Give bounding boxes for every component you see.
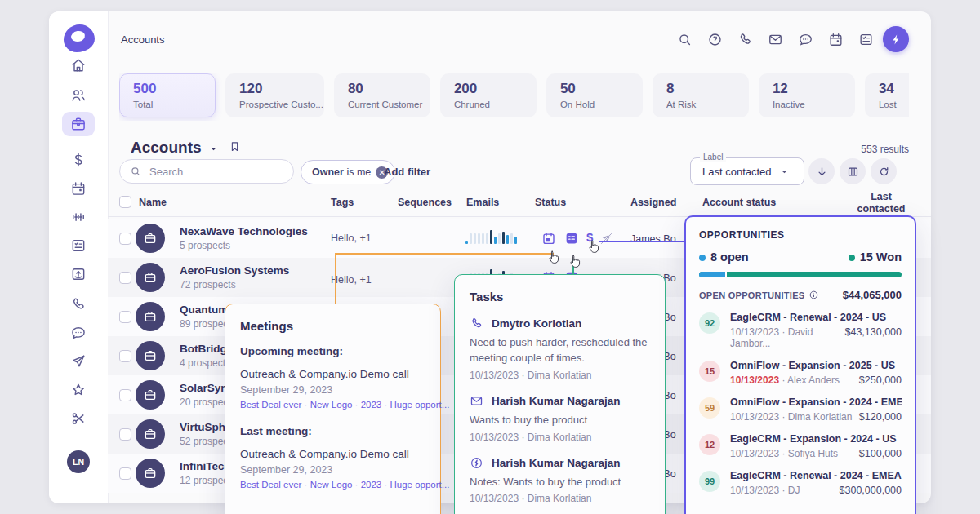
- row-tags[interactable]: Hello, +1: [331, 274, 372, 286]
- stat-card-total[interactable]: 500Total: [119, 73, 216, 117]
- search-box[interactable]: [119, 159, 294, 184]
- opportunity-date: 10/13/2023: [730, 326, 779, 338]
- info-icon[interactable]: [808, 290, 819, 300]
- stat-card-onhold[interactable]: 50On Hold: [546, 73, 643, 117]
- meeting-deal-link[interactable]: Best Deal ever · New Logo · 2023 · Huge …: [240, 480, 425, 490]
- sidebar-item-chat[interactable]: [70, 325, 87, 341]
- sidebar-item-outreach[interactable]: [70, 353, 87, 370]
- opportunity-item[interactable]: 59 OmniFlow - Expansion - 2024 - EMEA 10…: [699, 397, 902, 423]
- account-avatar: [136, 419, 165, 449]
- task-item[interactable]: Harish Kumar Nagarajan Notes: Wants to b…: [470, 456, 650, 505]
- opportunity-item[interactable]: 12 EagleCRM - Expansion - 2024 - US 10/1…: [699, 433, 902, 459]
- tasks-popup: Tasks Dmytro Korlotian Need to push hard…: [454, 274, 666, 514]
- search-input[interactable]: [148, 165, 274, 179]
- sidebar-item-tasks[interactable]: [70, 237, 87, 254]
- sidebar-item-deals[interactable]: [70, 152, 87, 168]
- status-tasks-icon[interactable]: [564, 231, 579, 249]
- opportunity-item[interactable]: 99 EagleCRM - Renewal - 2024 - EMEA 10/1…: [699, 470, 902, 496]
- chevron-down-icon[interactable]: [209, 144, 218, 153]
- row-assigned[interactable]: James Bo: [630, 233, 681, 245]
- row-checkbox[interactable]: [119, 350, 131, 362]
- app-logo[interactable]: [64, 24, 95, 52]
- stat-card-churned[interactable]: 200Chruned: [440, 73, 537, 117]
- col-tags[interactable]: Tags: [331, 197, 354, 208]
- meeting-name[interactable]: Outreach & Company.io Demo call: [240, 368, 425, 380]
- col-last-contacted[interactable]: Last contacted: [853, 191, 909, 215]
- col-name[interactable]: Name: [139, 197, 167, 208]
- row-checkbox[interactable]: [119, 467, 131, 480]
- sidebar-item-home[interactable]: [70, 57, 87, 73]
- col-emails[interactable]: Emails: [466, 197, 499, 208]
- header-tasks-button[interactable]: [858, 32, 874, 47]
- row-tags[interactable]: Hello, +1: [331, 233, 372, 244]
- header-search-button[interactable]: [677, 32, 693, 47]
- account-avatar: [136, 224, 165, 253]
- columns-icon: [847, 166, 859, 178]
- open-count: 8 open: [699, 250, 749, 264]
- sidebar: [49, 11, 109, 503]
- opportunity-name[interactable]: OmniFlow - Expansion - 2024 - EMEA: [730, 397, 902, 408]
- columns-button[interactable]: [840, 158, 866, 184]
- account-status-stats: 500Total 120Prospective Custo... 80Curre…: [119, 73, 909, 121]
- opportunity-amount: $300,000,000: [840, 485, 902, 496]
- sidebar-item-contacts[interactable]: [70, 87, 87, 104]
- sidebar-item-accounts[interactable]: [70, 116, 87, 132]
- export-button[interactable]: [808, 158, 835, 184]
- stat-card-current[interactable]: 80Current Customer: [334, 73, 430, 117]
- sidebar-item-favorites[interactable]: [70, 382, 87, 398]
- refresh-button[interactable]: [871, 158, 897, 184]
- opportunity-amount: $250,000: [859, 374, 902, 386]
- status-calendar-icon[interactable]: [541, 231, 556, 249]
- row-checkbox[interactable]: [119, 311, 131, 323]
- row-checkbox[interactable]: [119, 233, 131, 245]
- opportunity-item[interactable]: 15 OmniFlow - Expansion - 2025 - US 10/1…: [699, 360, 902, 386]
- task-item[interactable]: Dmytro Korlotian Need to push harder, re…: [470, 317, 650, 381]
- task-item[interactable]: Harish Kumar Nagarajan Wants to buy the …: [470, 394, 650, 443]
- sidebar-item-calendar[interactable]: [70, 180, 87, 197]
- select-all-checkbox[interactable]: [119, 196, 131, 208]
- opportunity-name[interactable]: EagleCRM - Renewal - 2024 - US: [730, 312, 902, 323]
- row-checkbox[interactable]: [119, 272, 131, 284]
- stat-card-atrisk[interactable]: 8At Risk: [653, 73, 749, 117]
- header-mail-button[interactable]: [768, 32, 783, 47]
- stat-card-prospective[interactable]: 120Prospective Custo...: [225, 73, 324, 117]
- meeting-deal-link[interactable]: Best Deal ever · New Logo · 2023 · Huge …: [240, 400, 425, 410]
- task-note: Notes: Wants to buy the product: [470, 475, 650, 490]
- opportunity-score-badge: 92: [699, 312, 720, 334]
- chevron-down-icon[interactable]: [780, 167, 789, 176]
- col-sequences[interactable]: Sequences: [398, 197, 452, 208]
- page-title: Accounts: [121, 33, 164, 46]
- quick-actions-button[interactable]: [883, 26, 909, 52]
- open-opportunities-total: $44,065,000: [843, 289, 902, 301]
- briefcase-icon: [144, 310, 157, 323]
- stat-card-lost[interactable]: 34Lost: [865, 73, 909, 117]
- header-help-button[interactable]: [707, 32, 723, 47]
- col-status[interactable]: Status: [535, 197, 566, 208]
- row-checkbox[interactable]: [119, 389, 131, 401]
- opportunity-name[interactable]: EagleCRM - Expansion - 2024 - US: [730, 433, 902, 445]
- add-filter-button[interactable]: Add filter: [384, 166, 430, 178]
- account-name[interactable]: NexaWave Technologies: [180, 225, 308, 237]
- opportunity-item[interactable]: 92 EagleCRM - Renewal - 2024 - US 10/13/…: [699, 312, 902, 349]
- sidebar-item-voice[interactable]: [70, 209, 87, 225]
- account-name[interactable]: AeroFusion Systems: [180, 264, 289, 277]
- col-account-status[interactable]: Account status: [702, 197, 776, 208]
- stat-card-inactive[interactable]: 12Inactive: [759, 73, 855, 117]
- col-assigned[interactable]: Assigned: [630, 197, 676, 208]
- opportunity-date: 10/13/2023: [730, 411, 779, 423]
- header-calendar-button[interactable]: [828, 32, 844, 47]
- open-dot-icon: [699, 255, 706, 261]
- opportunity-name[interactable]: OmniFlow - Expansion - 2025 - US: [730, 360, 902, 371]
- row-checkbox[interactable]: [119, 428, 131, 441]
- bookmark-icon[interactable]: [229, 140, 241, 153]
- view-title[interactable]: Accounts: [131, 139, 202, 157]
- opportunity-name[interactable]: EagleCRM - Renewal - 2024 - EMEA: [730, 470, 902, 481]
- filter-chip-owner[interactable]: Owner is me ✕: [301, 160, 395, 184]
- header-chat-button[interactable]: [798, 32, 813, 47]
- meeting-name[interactable]: Outreach & Company.io Demo call: [240, 448, 425, 460]
- sidebar-item-tools[interactable]: [70, 410, 87, 427]
- user-avatar[interactable]: LN: [67, 450, 90, 473]
- sidebar-item-import[interactable]: [70, 266, 87, 282]
- header-phone-button[interactable]: [737, 32, 753, 47]
- sidebar-item-calls[interactable]: [70, 296, 87, 312]
